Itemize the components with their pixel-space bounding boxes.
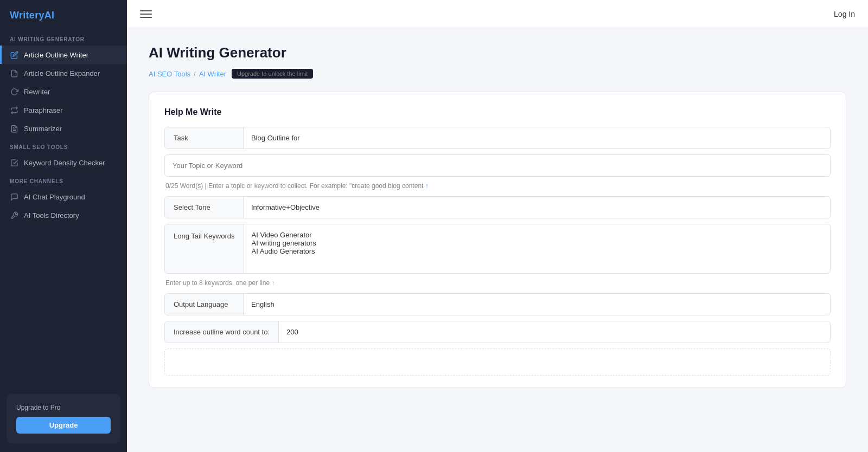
- long-tail-row: Long Tail Keywords: [164, 224, 831, 274]
- sidebar-item-label: Rewriter: [24, 88, 50, 96]
- page-title: AI Writing Generator: [149, 44, 846, 61]
- sidebar-item-article-outline-expander[interactable]: Article Outline Expander: [0, 64, 127, 82]
- sidebar-item-ai-chat-playground[interactable]: AI Chat Playground: [0, 188, 127, 206]
- sidebar-item-label: Summarizer: [24, 125, 62, 133]
- sidebar-item-ai-tools-directory[interactable]: AI Tools Directory: [0, 206, 127, 224]
- long-tail-hint: Enter up to 8 keywords, one per line ↑: [164, 279, 831, 287]
- upgrade-limit-badge[interactable]: Upgrade to unlock the limit: [232, 69, 313, 79]
- hint-arrow2-icon: ↑: [271, 279, 275, 287]
- hamburger-line: [140, 14, 152, 15]
- word-count-row: Increase outline word count to:: [164, 321, 831, 343]
- bottom-dashed-area: [164, 348, 831, 376]
- wrench-icon: [10, 211, 18, 219]
- page-content: AI Writing Generator AI SEO Tools / AI W…: [127, 28, 868, 452]
- output-language-label: Output Language: [165, 294, 244, 315]
- loop-icon: [10, 106, 18, 114]
- long-tail-textarea[interactable]: [244, 224, 831, 273]
- tone-input-cell: [244, 197, 830, 218]
- hamburger-line: [140, 10, 152, 11]
- login-button[interactable]: Log In: [834, 10, 855, 18]
- sidebar: WriteryAI AI Writing Generator Article O…: [0, 0, 127, 452]
- word-count-hint: 0/25 Word(s) | Enter a topic or keyword …: [164, 182, 831, 190]
- sidebar-item-label: Paraphraser: [24, 106, 63, 114]
- topbar: Log In: [127, 0, 868, 28]
- breadcrumb: AI SEO Tools / AI Writer Upgrade to unlo…: [149, 69, 846, 79]
- doc-icon: [10, 69, 18, 78]
- section-label-writing: AI Writing Generator: [0, 30, 127, 46]
- output-language-input-cell: [244, 294, 830, 315]
- check-icon: [10, 158, 18, 167]
- word-count-input-cell: [279, 321, 830, 343]
- chat-icon: [10, 192, 18, 201]
- sidebar-item-label: AI Chat Playground: [24, 193, 85, 201]
- refresh-icon: [10, 87, 18, 96]
- sidebar-item-label: Keyword Density Checker: [24, 159, 105, 167]
- hamburger-line: [140, 17, 152, 18]
- tone-row: Select Tone: [164, 196, 831, 218]
- hint-arrow-icon: ↑: [425, 182, 429, 190]
- long-tail-input-cell: [244, 224, 831, 273]
- breadcrumb-current[interactable]: AI Writer: [199, 70, 226, 78]
- word-count-label: Increase outline word count to:: [165, 321, 279, 343]
- upgrade-box: Upgrade to Pro Upgrade: [7, 394, 120, 443]
- task-input-cell: [244, 127, 830, 148]
- form-card: Help Me Write Task 0/25 Word(s) | Enter …: [149, 92, 846, 388]
- word-count-input[interactable]: [286, 328, 822, 336]
- keyword-input-cell: [165, 155, 830, 176]
- output-language-input[interactable]: [251, 300, 822, 308]
- long-tail-label: Long Tail Keywords: [165, 224, 244, 273]
- sidebar-item-summarizer[interactable]: Summarizer: [0, 119, 127, 138]
- sidebar-item-rewriter[interactable]: Rewriter: [0, 82, 127, 101]
- task-label: Task: [165, 127, 244, 148]
- doc2-icon: [10, 124, 18, 133]
- task-input[interactable]: [251, 134, 822, 142]
- logo-accent: AI: [44, 10, 55, 21]
- app-logo: WriteryAI: [0, 0, 127, 30]
- sidebar-item-article-outline-writer[interactable]: Article Outline Writer: [0, 46, 127, 64]
- logo-text: Writery: [10, 10, 44, 21]
- section-label-channels: More Channels: [0, 172, 127, 188]
- breadcrumb-separator: /: [194, 70, 196, 78]
- keyword-row: [164, 154, 831, 177]
- hamburger-icon[interactable]: [140, 10, 152, 18]
- sidebar-item-label: AI Tools Directory: [24, 211, 79, 219]
- sidebar-item-label: Article Outline Writer: [24, 51, 88, 59]
- breadcrumb-parent[interactable]: AI SEO Tools: [149, 70, 190, 78]
- tone-input[interactable]: [251, 203, 822, 211]
- form-title: Help Me Write: [164, 107, 831, 117]
- output-language-row: Output Language: [164, 293, 831, 315]
- sidebar-item-label: Article Outline Expander: [24, 69, 100, 78]
- sidebar-item-keyword-density-checker[interactable]: Keyword Density Checker: [0, 153, 127, 172]
- section-label-seo: Small SEO Tools: [0, 138, 127, 153]
- tone-label: Select Tone: [165, 197, 244, 218]
- sidebar-item-paraphraser[interactable]: Paraphraser: [0, 101, 127, 119]
- main-area: Log In AI Writing Generator AI SEO Tools…: [127, 0, 868, 452]
- upgrade-button[interactable]: Upgrade: [16, 417, 111, 434]
- upgrade-label: Upgrade to Pro: [16, 404, 111, 411]
- keyword-input[interactable]: [173, 162, 822, 170]
- edit-icon: [10, 50, 18, 59]
- task-row: Task: [164, 127, 831, 149]
